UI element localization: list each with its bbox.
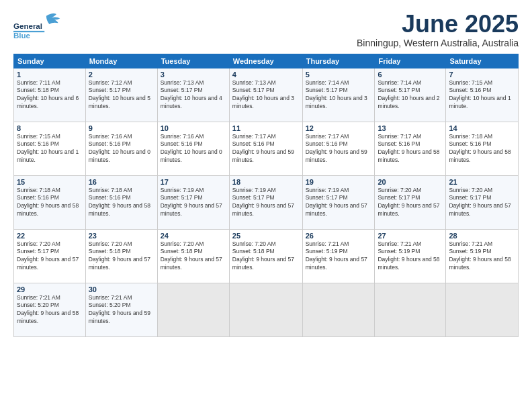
- day-info: Sunrise: 7:12 AMSunset: 5:17 PMDaylight:…: [89, 79, 154, 111]
- week-row-3: 15Sunrise: 7:18 AMSunset: 5:16 PMDayligh…: [14, 175, 519, 229]
- day-number: 17: [161, 178, 226, 186]
- day-info: Sunrise: 7:15 AMSunset: 5:16 PMDaylight:…: [449, 79, 515, 111]
- day-cell: 24Sunrise: 7:20 AMSunset: 5:18 PMDayligh…: [157, 229, 229, 283]
- day-info: Sunrise: 7:17 AMSunset: 5:16 PMDaylight:…: [232, 133, 300, 165]
- day-number: 1: [17, 71, 83, 79]
- day-number: 27: [378, 232, 443, 240]
- day-info: Sunrise: 7:17 AMSunset: 5:16 PMDaylight:…: [306, 133, 372, 165]
- day-cell: 25Sunrise: 7:20 AMSunset: 5:18 PMDayligh…: [229, 229, 302, 283]
- day-number: 29: [17, 285, 83, 293]
- day-info: Sunrise: 7:19 AMSunset: 5:17 PMDaylight:…: [232, 187, 300, 219]
- day-number: 13: [378, 124, 443, 132]
- day-number: 14: [449, 124, 515, 132]
- day-number: 7: [449, 71, 515, 79]
- week-row-2: 8Sunrise: 7:15 AMSunset: 5:16 PMDaylight…: [14, 122, 519, 175]
- day-info: Sunrise: 7:19 AMSunset: 5:17 PMDaylight:…: [306, 187, 372, 219]
- day-info: Sunrise: 7:21 AMSunset: 5:20 PMDaylight:…: [89, 294, 154, 326]
- day-number: 12: [306, 124, 372, 132]
- day-cell: 8Sunrise: 7:15 AMSunset: 5:16 PMDaylight…: [14, 122, 86, 175]
- day-cell: 4Sunrise: 7:13 AMSunset: 5:17 PMDaylight…: [229, 68, 302, 122]
- day-number: 15: [17, 178, 83, 186]
- svg-text:General: General: [13, 22, 42, 30]
- day-info: Sunrise: 7:20 AMSunset: 5:17 PMDaylight:…: [449, 187, 515, 219]
- day-number: 25: [232, 232, 300, 240]
- logo: General Blue: [13, 11, 67, 44]
- weekday-header-friday: Friday: [375, 54, 446, 68]
- day-cell: 21Sunrise: 7:20 AMSunset: 5:17 PMDayligh…: [446, 175, 519, 229]
- day-info: Sunrise: 7:20 AMSunset: 5:18 PMDaylight:…: [161, 240, 226, 273]
- day-cell: 15Sunrise: 7:18 AMSunset: 5:16 PMDayligh…: [14, 175, 86, 229]
- day-info: Sunrise: 7:13 AMSunset: 5:17 PMDaylight:…: [232, 79, 300, 111]
- week-row-4: 22Sunrise: 7:20 AMSunset: 5:17 PMDayligh…: [14, 229, 519, 283]
- day-info: Sunrise: 7:17 AMSunset: 5:16 PMDaylight:…: [378, 133, 443, 165]
- day-number: 8: [17, 124, 83, 132]
- day-number: 19: [306, 178, 372, 186]
- day-number: 6: [378, 71, 443, 79]
- day-cell: 28Sunrise: 7:21 AMSunset: 5:19 PMDayligh…: [446, 229, 519, 283]
- day-number: 22: [17, 232, 83, 240]
- day-cell: 17Sunrise: 7:19 AMSunset: 5:17 PMDayligh…: [157, 175, 229, 229]
- day-number: 4: [232, 71, 300, 79]
- day-cell: 13Sunrise: 7:17 AMSunset: 5:16 PMDayligh…: [375, 122, 446, 175]
- day-info: Sunrise: 7:20 AMSunset: 5:17 PMDaylight:…: [17, 240, 83, 273]
- day-cell: 16Sunrise: 7:18 AMSunset: 5:16 PMDayligh…: [85, 175, 157, 229]
- day-info: Sunrise: 7:21 AMSunset: 5:19 PMDaylight:…: [306, 240, 372, 273]
- title-block: June 2025 Binningup, Western Australia, …: [357, 11, 519, 48]
- day-info: Sunrise: 7:15 AMSunset: 5:16 PMDaylight:…: [17, 133, 83, 165]
- day-number: 18: [232, 178, 300, 186]
- weekday-header-saturday: Saturday: [446, 54, 519, 68]
- day-number: 30: [89, 285, 154, 293]
- month-title: June 2025: [357, 11, 519, 38]
- week-row-1: 1Sunrise: 7:11 AMSunset: 5:18 PMDaylight…: [14, 68, 519, 122]
- day-cell: 22Sunrise: 7:20 AMSunset: 5:17 PMDayligh…: [14, 229, 86, 283]
- day-info: Sunrise: 7:21 AMSunset: 5:19 PMDaylight:…: [378, 240, 443, 273]
- svg-text:Blue: Blue: [13, 32, 31, 40]
- day-cell: 9Sunrise: 7:16 AMSunset: 5:16 PMDaylight…: [85, 122, 157, 175]
- day-cell: 12Sunrise: 7:17 AMSunset: 5:16 PMDayligh…: [302, 122, 375, 175]
- day-number: 10: [161, 124, 226, 132]
- day-cell: 6Sunrise: 7:14 AMSunset: 5:17 PMDaylight…: [375, 68, 446, 122]
- day-info: Sunrise: 7:11 AMSunset: 5:18 PMDaylight:…: [17, 79, 83, 111]
- day-cell: 2Sunrise: 7:12 AMSunset: 5:17 PMDaylight…: [85, 68, 157, 122]
- day-info: Sunrise: 7:16 AMSunset: 5:16 PMDaylight:…: [89, 133, 154, 165]
- day-number: 24: [161, 232, 226, 240]
- day-cell: 27Sunrise: 7:21 AMSunset: 5:19 PMDayligh…: [375, 229, 446, 283]
- weekday-header-sunday: Sunday: [14, 54, 86, 68]
- week-row-5: 29Sunrise: 7:21 AMSunset: 5:20 PMDayligh…: [14, 283, 519, 336]
- day-number: 28: [449, 232, 515, 240]
- day-info: Sunrise: 7:18 AMSunset: 5:16 PMDaylight:…: [89, 187, 154, 219]
- header: General Blue June 2025 Binningup, Wester…: [13, 11, 519, 48]
- day-cell: 11Sunrise: 7:17 AMSunset: 5:16 PMDayligh…: [229, 122, 302, 175]
- day-cell: [446, 283, 519, 336]
- day-cell: 20Sunrise: 7:20 AMSunset: 5:17 PMDayligh…: [375, 175, 446, 229]
- day-cell: 30Sunrise: 7:21 AMSunset: 5:20 PMDayligh…: [85, 283, 157, 336]
- day-cell: 29Sunrise: 7:21 AMSunset: 5:20 PMDayligh…: [14, 283, 86, 336]
- location-title: Binningup, Western Australia, Australia: [357, 38, 519, 48]
- day-number: 11: [232, 124, 300, 132]
- day-cell: 10Sunrise: 7:16 AMSunset: 5:16 PMDayligh…: [157, 122, 229, 175]
- day-number: 26: [306, 232, 372, 240]
- day-cell: 5Sunrise: 7:14 AMSunset: 5:17 PMDaylight…: [302, 68, 375, 122]
- day-info: Sunrise: 7:20 AMSunset: 5:18 PMDaylight:…: [89, 240, 154, 273]
- day-cell: [229, 283, 302, 336]
- day-number: 9: [89, 124, 154, 132]
- day-number: 3: [161, 71, 226, 79]
- weekday-header-monday: Monday: [85, 54, 157, 68]
- day-number: 23: [89, 232, 154, 240]
- day-cell: 23Sunrise: 7:20 AMSunset: 5:18 PMDayligh…: [85, 229, 157, 283]
- day-number: 21: [449, 178, 515, 186]
- day-number: 2: [89, 71, 154, 79]
- day-info: Sunrise: 7:21 AMSunset: 5:20 PMDaylight:…: [17, 294, 83, 326]
- day-cell: 19Sunrise: 7:19 AMSunset: 5:17 PMDayligh…: [302, 175, 375, 229]
- weekday-header-row: SundayMondayTuesdayWednesdayThursdayFrid…: [14, 54, 519, 68]
- day-info: Sunrise: 7:18 AMSunset: 5:16 PMDaylight:…: [449, 133, 515, 165]
- weekday-header-wednesday: Wednesday: [229, 54, 302, 68]
- day-number: 16: [89, 178, 154, 186]
- day-cell: 26Sunrise: 7:21 AMSunset: 5:19 PMDayligh…: [302, 229, 375, 283]
- day-info: Sunrise: 7:21 AMSunset: 5:19 PMDaylight:…: [449, 240, 515, 273]
- day-info: Sunrise: 7:14 AMSunset: 5:17 PMDaylight:…: [378, 79, 443, 111]
- day-info: Sunrise: 7:13 AMSunset: 5:17 PMDaylight:…: [161, 79, 226, 111]
- day-number: 5: [306, 71, 372, 79]
- day-cell: 3Sunrise: 7:13 AMSunset: 5:17 PMDaylight…: [157, 68, 229, 122]
- day-info: Sunrise: 7:16 AMSunset: 5:16 PMDaylight:…: [161, 133, 226, 165]
